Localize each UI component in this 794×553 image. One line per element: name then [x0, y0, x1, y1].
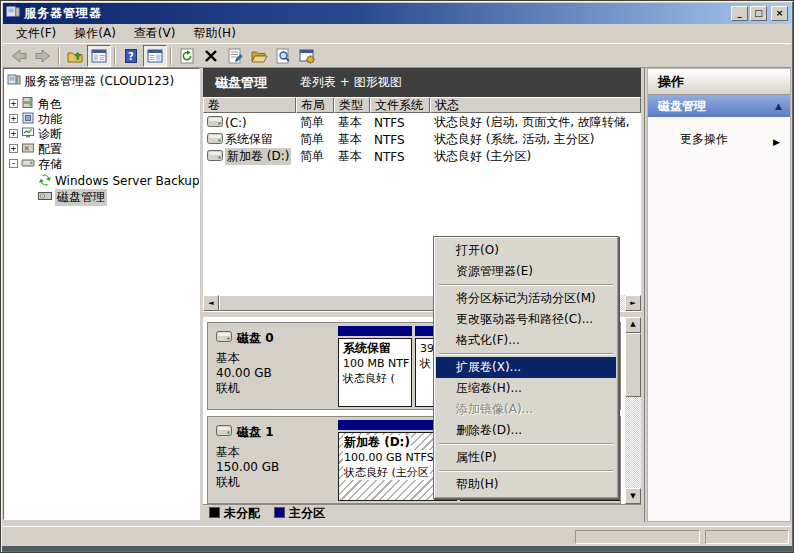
scroll-left-icon[interactable]: ◄ — [203, 295, 219, 311]
more-actions-item[interactable]: 更多操作 ▶ — [648, 129, 790, 149]
volume-name: (C:) — [225, 116, 247, 130]
forward-icon[interactable] — [31, 45, 55, 67]
menu-item-change-drive-letter[interactable]: 更改驱动器号和路径(C)... — [436, 309, 616, 330]
menu-item-delete-volume[interactable]: 删除卷(D)... — [436, 420, 616, 441]
manage-icon[interactable] — [295, 45, 319, 67]
menu-item-mark-partition-active[interactable]: 将分区标记为活动分区(M) — [436, 288, 616, 309]
scrollbar-thumb[interactable] — [625, 333, 641, 397]
disk-kind: 基本 — [216, 445, 328, 460]
tree-root-server-manager[interactable]: 服务器管理器 (CLOUD123) — [7, 73, 174, 89]
volume-layout: 简单 — [296, 148, 334, 165]
volume-layout: 简单 — [296, 114, 334, 131]
backup-icon — [38, 173, 52, 190]
properties-icon[interactable] — [223, 45, 247, 67]
partition-size: 100 MB NTF — [343, 356, 407, 371]
disk-size: 150.00 GB — [216, 460, 328, 475]
tree-item-disk-management[interactable]: 磁盘管理 — [38, 189, 107, 205]
scroll-up-icon[interactable]: ▲ — [625, 317, 641, 333]
volume-layout: 简单 — [296, 131, 334, 148]
scroll-right-icon[interactable]: ► — [625, 295, 641, 311]
maximize-button[interactable]: □ — [750, 6, 767, 21]
menu-separator — [439, 353, 613, 355]
menu-action[interactable]: 操作(A) — [65, 23, 125, 44]
show-actions-pane-icon[interactable] — [143, 45, 167, 67]
refresh-icon[interactable] — [175, 45, 199, 67]
expand-icon[interactable]: + — [9, 129, 18, 138]
menu-help[interactable]: 帮助(H) — [184, 23, 244, 44]
volume-table-header: 卷 布局 类型 文件系统 状态 — [203, 97, 641, 113]
legend-bar: 未分配 主分区 — [203, 504, 641, 522]
partition-title: 新加卷 (D:) — [343, 435, 411, 450]
back-icon[interactable] — [7, 45, 31, 67]
menu-file[interactable]: 文件(F) — [7, 23, 65, 44]
expand-icon[interactable]: + — [9, 99, 18, 108]
column-header-layout[interactable]: 布局 — [296, 97, 334, 113]
volume-row-c[interactable]: (C:) 简单 基本 NTFS 状态良好 (启动, 页面文件, 故障转储, — [203, 114, 641, 131]
disk-management-icon — [38, 189, 52, 206]
menu-view[interactable]: 查看(V) — [125, 23, 185, 44]
volume-row-new-volume-d[interactable]: 新加卷 (D:) 简单 基本 NTFS 状态良好 (主分区) — [203, 148, 641, 165]
menu-item-extend-volume[interactable]: 扩展卷(X)... — [436, 357, 616, 378]
app-icon — [6, 5, 20, 22]
tree-item-label: Windows Server Backup — [55, 174, 200, 188]
menu-item-properties[interactable]: 属性(P) — [436, 447, 616, 468]
show-console-tree-icon[interactable] — [87, 45, 111, 67]
disk-0-label[interactable]: 磁盘 0 基本 40.00 GB 联机 — [210, 325, 334, 407]
minimize-button[interactable]: _ — [731, 6, 748, 21]
svg-text:?: ? — [128, 51, 134, 62]
panel-divider[interactable] — [644, 68, 645, 522]
column-header-filesystem[interactable]: 文件系统 — [370, 97, 430, 113]
help-icon[interactable]: ? — [119, 45, 143, 67]
expand-icon[interactable]: + — [9, 114, 18, 123]
tree-item-label-selected: 磁盘管理 — [55, 189, 107, 206]
disk-state: 联机 — [216, 475, 328, 490]
menu-item-add-mirror[interactable]: 添加镜像(A)... — [436, 399, 616, 420]
volume-row-system-reserved[interactable]: 系统保留 简单 基本 NTFS 状态良好 (系统, 活动, 主分区) — [203, 131, 641, 148]
partition-system-reserved[interactable]: 系统保留 100 MB NTF 状态良好 ( — [338, 326, 412, 407]
status-segment — [575, 530, 700, 544]
window-title: 服务器管理器 — [24, 5, 102, 22]
drive-icon — [207, 150, 223, 164]
tree-root-label: 服务器管理器 (CLOUD123) — [24, 73, 174, 90]
disk-name: 磁盘 0 — [237, 331, 274, 346]
menu-separator — [439, 443, 613, 445]
expand-icon[interactable]: + — [9, 144, 18, 153]
tree-item-storage[interactable]: 存储 — [21, 156, 62, 172]
delete-icon[interactable] — [199, 45, 223, 67]
partition-size: 100.00 GB NTFS — [343, 450, 435, 465]
menu-separator — [439, 470, 613, 472]
close-button[interactable]: × — [771, 6, 788, 21]
menu-item-open[interactable]: 打开(O) — [436, 240, 616, 261]
open-folder-icon[interactable] — [247, 45, 271, 67]
title-bar: 服务器管理器 _ □ × — [3, 3, 791, 24]
tree-item-label: 存储 — [38, 156, 62, 173]
server-icon — [7, 73, 21, 90]
disk-size: 40.00 GB — [216, 366, 328, 381]
console-tree: 服务器管理器 (CLOUD123) + 角色 + 功能 + 诊断 + 配置 - … — [3, 68, 200, 520]
menu-separator — [439, 284, 613, 286]
up-folder-icon[interactable] — [63, 45, 87, 67]
disk-state: 联机 — [216, 381, 328, 396]
column-header-type[interactable]: 类型 — [334, 97, 370, 113]
actions-section-disk-management[interactable]: 磁盘管理 ▲ — [648, 95, 790, 117]
menu-item-help[interactable]: 帮助(H) — [436, 474, 616, 495]
menu-item-shrink-volume[interactable]: 压缩卷(H)... — [436, 378, 616, 399]
drive-icon — [207, 116, 223, 130]
tree-item-windows-server-backup[interactable]: Windows Server Backup — [38, 173, 200, 189]
actions-title: 操作 — [648, 69, 790, 95]
disk-1-label[interactable]: 磁盘 1 基本 150.00 GB 联机 — [210, 419, 334, 501]
vertical-scrollbar[interactable]: ▲ ▼ — [625, 317, 641, 504]
volume-type: 基本 — [334, 114, 370, 131]
expand-icon[interactable]: - — [9, 159, 18, 168]
column-header-status[interactable]: 状态 — [430, 97, 641, 113]
search-icon[interactable] — [271, 45, 295, 67]
scroll-down-icon[interactable]: ▼ — [625, 488, 641, 504]
menu-item-explorer[interactable]: 资源管理器(E) — [436, 261, 616, 282]
disk-name: 磁盘 1 — [237, 425, 274, 440]
menu-item-format[interactable]: 格式化(F)... — [436, 330, 616, 351]
unallocated-swatch — [209, 507, 220, 518]
submenu-arrow-icon: ▶ — [773, 132, 780, 152]
column-header-volume[interactable]: 卷 — [203, 97, 296, 113]
disk-kind: 基本 — [216, 351, 328, 366]
collapse-icon[interactable]: ▲ — [775, 95, 782, 117]
